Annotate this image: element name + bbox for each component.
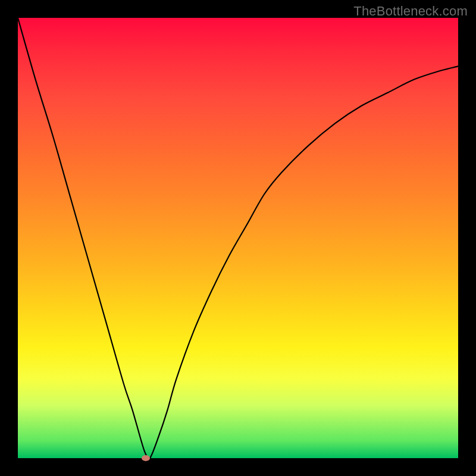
chart-frame: TheBottleneck.com — [0, 0, 476, 476]
curve-svg — [18, 18, 458, 458]
watermark-text: TheBottleneck.com — [353, 4, 468, 19]
bottleneck-curve — [18, 18, 458, 459]
minimum-marker — [142, 455, 150, 461]
plot-area — [18, 18, 458, 458]
